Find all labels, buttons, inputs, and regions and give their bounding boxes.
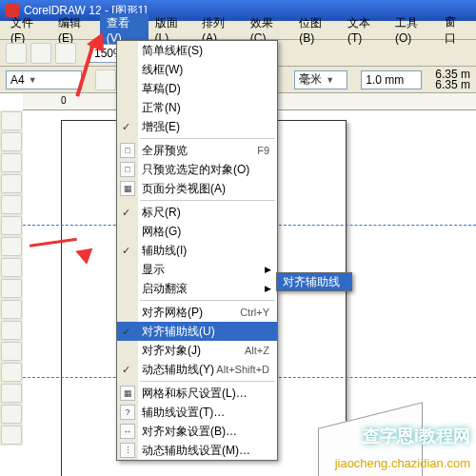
menu-icon: ↔ xyxy=(120,424,135,439)
menu-item[interactable]: 显示▶ xyxy=(117,260,277,279)
menu-item[interactable]: ▦页面分类视图(A) xyxy=(117,179,277,198)
menu-item[interactable]: 文件(F) xyxy=(4,13,51,47)
tool-button[interactable] xyxy=(1,195,22,214)
menu-item[interactable]: ✓动态辅助线(Y)Alt+Shift+D xyxy=(117,360,277,379)
tool-button[interactable] xyxy=(1,132,22,151)
tool-button[interactable] xyxy=(1,237,22,256)
menu-item[interactable]: 启动翻滚▶ xyxy=(117,279,277,298)
menu-item[interactable]: 草稿(D) xyxy=(117,79,277,98)
menu-item[interactable]: 正常(N) xyxy=(117,98,277,117)
menu-item[interactable]: ▦网格和标尺设置(L)… xyxy=(117,384,277,403)
menu-item[interactable]: 窗口 xyxy=(438,12,472,49)
menu-item[interactable]: ↔对齐对象设置(B)… xyxy=(117,422,277,441)
toolbox xyxy=(0,110,23,446)
tool-button[interactable] xyxy=(1,321,22,340)
menu-item[interactable]: 对齐对象(J)Alt+Z xyxy=(117,341,277,360)
menu-item[interactable]: □只预览选定的对象(O) xyxy=(117,160,277,179)
tool-button[interactable] xyxy=(1,153,22,172)
menu-icon: ? xyxy=(120,405,135,420)
watermark-text: 查字恩i教程网 xyxy=(363,425,470,447)
menu-item[interactable]: □全屏预览F9 xyxy=(117,141,277,160)
menu-item[interactable]: 网格(G) xyxy=(117,222,277,241)
menu-item[interactable]: 简单线框(S) xyxy=(117,41,277,60)
tool-button[interactable] xyxy=(1,342,22,361)
paper-size-dropdown[interactable]: A4▼ xyxy=(6,70,82,89)
tool-button[interactable] xyxy=(1,258,22,277)
tool-button[interactable] xyxy=(1,279,22,298)
menu-item[interactable]: ✓对齐辅助线(U) xyxy=(117,322,277,341)
menu-item[interactable]: 文本(T) xyxy=(341,13,388,47)
menu-item[interactable]: ⋮动态辅助线设置(M)… xyxy=(117,441,277,460)
portrait-button[interactable] xyxy=(95,69,116,90)
watermark-url: jiaocheng.chazidian.com xyxy=(335,456,470,470)
nudge-field[interactable]: 1.0 mm xyxy=(361,70,422,89)
menu-icon: □ xyxy=(120,143,135,158)
tool-button[interactable] xyxy=(1,405,22,424)
menu-item[interactable]: ✓增强(E) xyxy=(117,117,277,136)
tool-button[interactable] xyxy=(1,174,22,193)
menu-icon: ▦ xyxy=(120,181,135,196)
menu-icon: ⋮ xyxy=(120,443,135,458)
tool-button[interactable] xyxy=(1,300,22,319)
menu-icon: ▦ xyxy=(120,386,135,401)
menu-item[interactable]: 对齐网格(P)Ctrl+Y xyxy=(117,303,277,322)
snap-guidelines-submenu[interactable]: 对齐辅助线 xyxy=(276,272,352,291)
tool-button[interactable] xyxy=(1,216,22,235)
new-button[interactable] xyxy=(6,43,27,64)
dimensions-readout: 6.35 m6.35 m xyxy=(435,69,470,90)
view-menu-dropdown: 简单线框(S)线框(W)草稿(D)正常(N)✓增强(E)□全屏预览F9□只预览选… xyxy=(116,40,278,461)
tool-button[interactable] xyxy=(1,363,22,382)
tool-button[interactable] xyxy=(1,384,22,403)
save-button[interactable] xyxy=(55,43,76,64)
menu-item[interactable]: ?辅助线设置(T)… xyxy=(117,403,277,422)
menu-item[interactable]: 工具(O) xyxy=(388,13,438,47)
open-button[interactable] xyxy=(30,43,51,64)
menu-item[interactable]: ✓辅助线(I) xyxy=(117,241,277,260)
menu-item[interactable]: 线框(W) xyxy=(117,60,277,79)
menu-item[interactable]: ✓标尺(R) xyxy=(117,203,277,222)
menu-item[interactable]: 位图(B) xyxy=(292,13,341,47)
menu-bar[interactable]: 文件(F)编辑(E)查看(V)版面(L)排列(A)效果(C)位图(B)文本(T)… xyxy=(0,21,476,40)
tool-button[interactable] xyxy=(1,111,22,130)
menu-icon: □ xyxy=(120,162,135,177)
unit-dropdown[interactable]: 毫米▼ xyxy=(294,70,347,89)
tool-button[interactable] xyxy=(1,426,22,445)
